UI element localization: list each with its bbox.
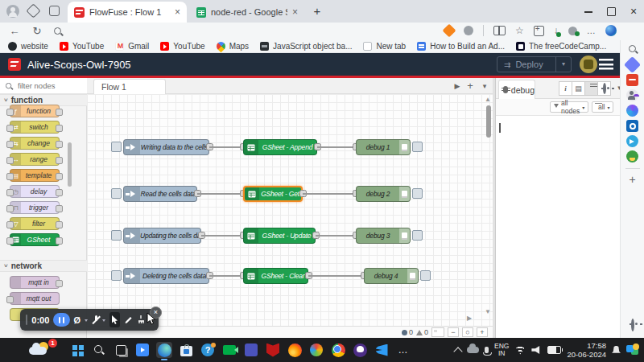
debug-node[interactable]: debug 3 (356, 228, 411, 244)
input-port[interactable] (6, 296, 14, 303)
tab-close-icon[interactable]: × (175, 7, 180, 17)
gsheet-node[interactable]: GSheet - Append (243, 139, 317, 155)
palette-search-input[interactable] (16, 80, 76, 91)
favorites-bar-icon[interactable]: ☆ (515, 25, 524, 36)
bookmark-item[interactable]: Maps (217, 42, 249, 51)
inject-button[interactable] (111, 230, 122, 241)
shopping-icon[interactable] (624, 56, 641, 73)
input-port[interactable] (6, 141, 14, 148)
tab-debug[interactable]: debug (498, 80, 535, 99)
metamask-extension-icon[interactable] (443, 24, 456, 38)
scroll-up-icon[interactable]: ▲ (485, 96, 491, 103)
input-port[interactable] (6, 205, 14, 212)
collections-icon[interactable] (534, 26, 544, 36)
debug-toggle-button[interactable] (412, 230, 423, 241)
palette-node-change[interactable]: ⇆change (10, 137, 60, 150)
output-port[interactable] (56, 189, 63, 196)
inject-button[interactable] (111, 142, 122, 152)
output-port[interactable] (56, 157, 63, 164)
drag-handle[interactable] (26, 315, 27, 325)
flowfuse-logo[interactable] (8, 58, 21, 71)
messaging-icon[interactable] (626, 135, 638, 147)
mcafee-app-icon[interactable] (265, 342, 281, 358)
output-port[interactable] (56, 141, 63, 148)
bookmark-item[interactable]: YouTube (160, 42, 204, 51)
palette-node-mqtt-in[interactable]: mqtt in (10, 276, 60, 289)
zoom-reset-button[interactable]: ○ (462, 327, 473, 337)
onedrive-icon[interactable] (467, 347, 479, 353)
wifi-icon[interactable] (514, 346, 526, 355)
tab-close-icon[interactable]: × (292, 7, 298, 17)
debug-node[interactable]: debug 2 (356, 186, 411, 202)
debug-toggle-button[interactable] (420, 270, 431, 281)
output-port[interactable] (56, 109, 63, 116)
palette-node-trigger[interactable]: ⊓trigger (10, 201, 60, 214)
warning-counter[interactable]: 0 (416, 328, 428, 336)
new-tab-button[interactable]: + (311, 5, 324, 18)
palette-scrollbar-thumb[interactable] (68, 142, 72, 187)
output-port[interactable] (56, 280, 63, 287)
world-clock-icon[interactable] (626, 150, 638, 162)
meet-app-icon[interactable] (221, 342, 237, 358)
split-screen-icon[interactable] (493, 26, 506, 35)
teams-app-icon[interactable] (243, 342, 259, 358)
input-port[interactable] (6, 109, 14, 116)
add-sidebar-item-icon[interactable]: + (629, 175, 635, 184)
pause-button[interactable] (53, 313, 69, 327)
output-port[interactable] (56, 237, 63, 245)
screen-recorder-toolbar[interactable]: 0:00 Ø ‹ (20, 309, 159, 331)
refresh-icon[interactable]: ↻ (31, 25, 43, 38)
sidebar-settings[interactable] (631, 320, 634, 330)
password-check-icon[interactable] (568, 27, 577, 35)
gsheet-node-selected[interactable]: GSheet - Get (243, 186, 303, 202)
output-port[interactable] (56, 125, 63, 132)
browser-profile-avatar[interactable] (6, 5, 19, 18)
input-port[interactable] (6, 189, 14, 196)
taskbar-search-icon[interactable] (91, 342, 107, 358)
search-icon[interactable] (52, 27, 64, 39)
user-avatar[interactable] (580, 56, 597, 73)
inject-node[interactable]: Deleting the cells data (123, 268, 209, 284)
debug-toggle-button[interactable] (412, 142, 423, 152)
scroll-down-icon[interactable]: ▼ (485, 308, 491, 315)
input-port[interactable] (6, 125, 14, 132)
downloads-icon[interactable]: ↓ (554, 25, 559, 36)
deploy-button[interactable]: ⇉ Deploy ▾ (497, 56, 572, 72)
error-counter[interactable]: 0 (402, 328, 413, 336)
filter-nodes-button[interactable]: all nodes▾ (550, 101, 588, 113)
palette-node-template[interactable]: ▤template (10, 169, 60, 182)
help-tab-icon[interactable]: ▤ (572, 81, 585, 96)
back-icon[interactable]: ← (8, 25, 21, 38)
window-close-button[interactable]: × (623, 0, 644, 23)
config-tab-icon[interactable] (597, 81, 611, 96)
palette-node-filter[interactable]: ▽filter (10, 217, 60, 230)
microphone-off-icon[interactable] (92, 315, 98, 325)
flow-tab[interactable]: Flow 1 (93, 79, 166, 94)
input-port[interactable] (6, 173, 14, 180)
palette-node-mqtt-out[interactable]: mqtt out (10, 292, 60, 305)
debug-node[interactable]: debug 4 (364, 268, 419, 284)
task-view-icon[interactable] (113, 342, 129, 358)
add-flow-button[interactable]: + (464, 80, 477, 93)
volume-icon[interactable] (531, 346, 542, 354)
scroll-right-icon[interactable]: ▶ (467, 315, 472, 322)
get-help-app-icon[interactable]: ? (200, 342, 216, 358)
inject-node[interactable]: Read the cells data (123, 186, 197, 202)
clear-messages-button[interactable]: all▾ (592, 101, 613, 113)
microphone-tray-icon[interactable] (485, 347, 489, 353)
vscode-app-icon[interactable] (374, 342, 390, 358)
bookmark-item[interactable]: New tab (363, 42, 406, 51)
microphone-options-caret[interactable] (102, 319, 105, 323)
chrome-app-icon[interactable] (330, 342, 346, 358)
bookmark-item[interactable]: YouTube (60, 42, 104, 51)
canvas-vscrollbar-thumb[interactable] (486, 105, 491, 138)
flow-canvas[interactable]: Writing data to the cells GSheet - Appen… (87, 94, 493, 326)
next-tab-icon[interactable]: ▶ (451, 80, 464, 93)
debug-tab-icon[interactable] (584, 81, 598, 96)
firefox-app-icon[interactable] (287, 342, 303, 358)
flow-list-caret-icon[interactable]: ▾ (478, 80, 491, 93)
palette-node-range[interactable]: ↔range (10, 153, 60, 166)
movies-app-icon[interactable] (134, 342, 151, 358)
input-port[interactable] (6, 237, 14, 245)
extension-icon[interactable] (464, 26, 473, 35)
